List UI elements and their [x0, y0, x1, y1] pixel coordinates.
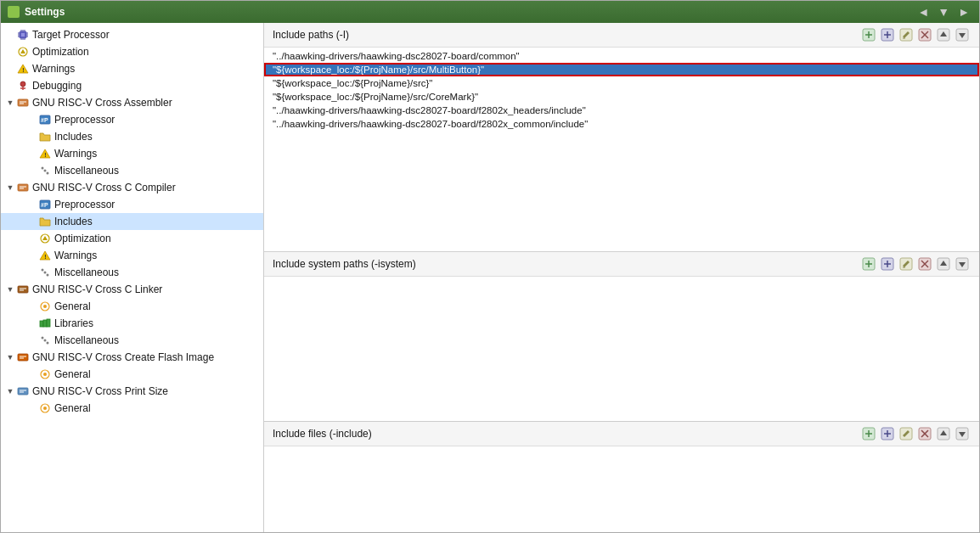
add-syspath-button[interactable]	[860, 256, 877, 272]
edit-file-button[interactable]	[898, 426, 915, 441]
tree-item-linker-miscellaneous[interactable]: Miscellaneous	[1, 332, 263, 349]
include-paths-toolbar	[860, 27, 971, 42]
tree-item-optimization[interactable]: Optimization	[1, 43, 263, 60]
toggle-gnu-assembler: ▼	[4, 97, 16, 109]
settings-window: Settings ◄ ▼ ► Target Processor	[0, 0, 980, 533]
include-files-toolbar	[860, 426, 971, 441]
toggle-c-optimization	[26, 233, 38, 244]
tree-item-gnu-print[interactable]: ▼ GNU RISC-V Cross Print Size	[1, 383, 263, 400]
move-up-file-button[interactable]	[935, 426, 952, 441]
tree-item-c-optimization[interactable]: Optimization	[1, 230, 263, 247]
label-c-warnings: Warnings	[54, 250, 97, 261]
include-paths-list: "../haawking-drivers/haawking-dsc28027-b…	[264, 48, 979, 251]
svg-text:!: !	[22, 67, 24, 73]
nav-back-button[interactable]: ◄	[915, 5, 932, 19]
svg-rect-48	[47, 319, 50, 327]
tree-item-asm-includes[interactable]: Includes	[1, 128, 263, 145]
right-panel: Include paths (-I)	[264, 23, 979, 532]
title-bar-left: Settings	[8, 6, 65, 18]
include-path-row-5[interactable]: "../haawking-drivers/haawking-dsc28027-b…	[264, 104, 979, 117]
svg-rect-47	[43, 320, 47, 327]
icon-flash-general	[38, 367, 52, 381]
icon-gnu-flash	[16, 351, 30, 364]
edit-syspath-button[interactable]	[898, 256, 915, 272]
label-print-general: General	[54, 402, 91, 414]
label-linker-miscellaneous: Miscellaneous	[54, 334, 119, 346]
move-up-syspath-button[interactable]	[935, 256, 952, 272]
tree-item-target-processor[interactable]: Target Processor	[1, 26, 263, 43]
icon-c-warnings: !	[38, 249, 52, 262]
toggle-asm-includes	[26, 131, 38, 143]
toggle-c-miscellaneous	[26, 266, 38, 278]
include-path-row-4[interactable]: "${workspace_loc:/${ProjName}/src/CoreMa…	[264, 90, 979, 104]
add-workspace-syspath-button[interactable]	[879, 256, 896, 272]
add-file-button[interactable]	[860, 426, 877, 441]
toggle-debugging	[4, 80, 16, 92]
tree-item-asm-warnings[interactable]: ! Warnings	[1, 145, 263, 162]
tree-item-gnu-c-compiler[interactable]: ▼ GNU RISC-V Cross C Compiler	[1, 179, 263, 196]
move-down-file-button[interactable]	[954, 426, 971, 441]
icon-linker-libraries	[38, 317, 52, 330]
svg-rect-30	[18, 184, 28, 191]
add-path-button[interactable]	[860, 27, 877, 42]
icon-print-general	[38, 401, 52, 415]
nav-forward-button[interactable]: ►	[955, 5, 972, 19]
nav-dropdown-button[interactable]: ▼	[935, 5, 952, 19]
add-workspace-file-button[interactable]	[879, 426, 896, 441]
include-paths-section: Include paths (-I)	[264, 23, 979, 252]
label-debugging: Debugging	[32, 80, 82, 92]
delete-syspath-button[interactable]	[916, 256, 933, 272]
icon-c-miscellaneous	[38, 266, 52, 279]
include-path-row-3[interactable]: "${workspace_loc:/${ProjName}/src}"	[264, 76, 979, 90]
tree-item-c-warnings[interactable]: ! Warnings	[1, 247, 263, 264]
tree-item-c-miscellaneous[interactable]: Miscellaneous	[1, 264, 263, 281]
include-files-list	[264, 446, 979, 532]
tree-item-gnu-flash[interactable]: ▼ GNU RISC-V Cross Create Flash Image	[1, 349, 263, 366]
icon-c-preprocessor: #P	[38, 198, 52, 211]
include-system-paths-label: Include system paths (-isystem)	[273, 258, 416, 270]
icon-gnu-assembler	[16, 96, 30, 109]
tree-item-linker-libraries[interactable]: Libraries	[1, 315, 263, 332]
icon-target-processor	[16, 28, 30, 42]
svg-rect-41	[18, 286, 28, 293]
icon-debugging	[16, 79, 30, 93]
move-down-syspath-button[interactable]	[954, 256, 971, 272]
include-path-row-2[interactable]: "${workspace_loc:/${ProjName}/src/MultiB…	[264, 63, 979, 76]
move-down-path-button[interactable]	[954, 27, 971, 42]
tree-item-flash-general[interactable]: General	[1, 366, 263, 383]
window-icon	[8, 6, 20, 18]
icon-c-includes	[38, 215, 52, 228]
toggle-linker-miscellaneous	[26, 334, 38, 346]
tree-item-c-includes[interactable]: Includes	[1, 213, 263, 230]
icon-asm-preprocessor: #P	[38, 113, 52, 126]
label-gnu-assembler: GNU RISC-V Cross Assembler	[32, 97, 172, 109]
tree-item-asm-preprocessor[interactable]: #P Preprocessor	[1, 111, 263, 128]
tree-item-linker-general[interactable]: General	[1, 298, 263, 315]
tree-item-asm-miscellaneous[interactable]: Miscellaneous	[1, 162, 263, 179]
label-linker-general: General	[54, 300, 91, 312]
label-optimization: Optimization	[32, 46, 89, 58]
delete-path-button[interactable]	[916, 27, 933, 42]
label-warnings-root: Warnings	[32, 63, 75, 75]
include-path-row-1[interactable]: "../haawking-drivers/haawking-dsc28027-b…	[264, 49, 979, 63]
tree-item-print-general[interactable]: General	[1, 400, 263, 417]
tree-item-gnu-c-linker[interactable]: ▼ GNU RISC-V Cross C Linker	[1, 281, 263, 298]
toggle-asm-preprocessor	[26, 114, 38, 126]
label-asm-preprocessor: Preprocessor	[54, 114, 115, 126]
toggle-optimization	[4, 46, 16, 58]
delete-file-button[interactable]	[916, 426, 933, 441]
tree-item-warnings-root[interactable]: ! Warnings	[1, 60, 263, 77]
add-workspace-path-button[interactable]	[879, 27, 896, 42]
tree-item-gnu-assembler[interactable]: ▼ GNU RISC-V Cross Assembler	[1, 94, 263, 111]
svg-point-56	[43, 373, 47, 376]
toggle-target-processor	[4, 29, 16, 41]
icon-c-optimization	[38, 232, 52, 245]
tree-item-debugging[interactable]: Debugging	[1, 77, 263, 94]
include-path-row-6[interactable]: "../haawking-drivers/haawking-dsc28027-b…	[264, 117, 979, 131]
toggle-gnu-c-compiler: ▼	[4, 182, 16, 194]
label-gnu-flash: GNU RISC-V Cross Create Flash Image	[32, 351, 214, 363]
move-up-path-button[interactable]	[935, 27, 952, 42]
tree-item-c-preprocessor[interactable]: #P Preprocessor	[1, 196, 263, 213]
edit-path-button[interactable]	[898, 27, 915, 42]
label-gnu-print: GNU RISC-V Cross Print Size	[32, 385, 168, 397]
